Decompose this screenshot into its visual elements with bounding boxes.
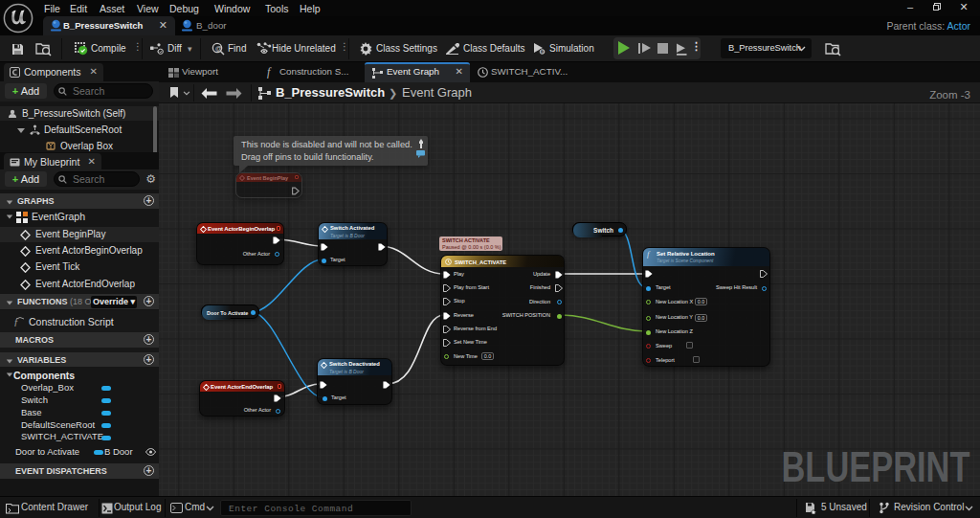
svg-text:@: @: [215, 44, 223, 53]
svg-text:⚙: ⚙: [541, 49, 546, 55]
